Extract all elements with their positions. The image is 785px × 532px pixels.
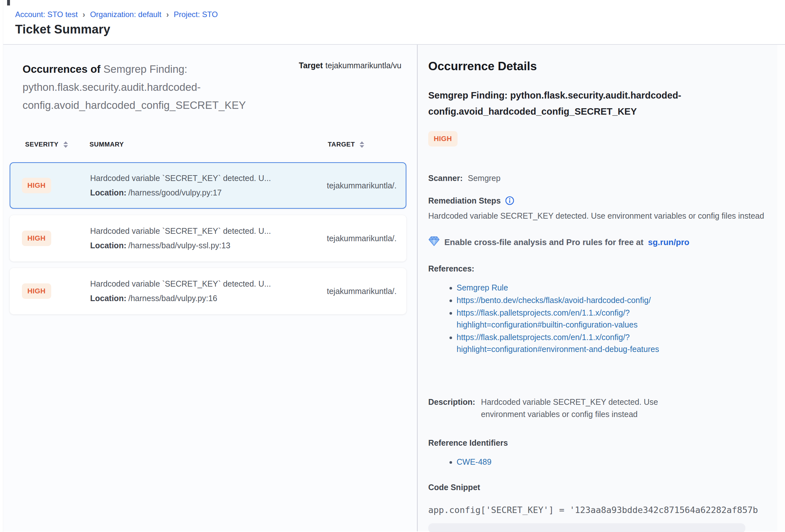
reference-list-item: CWE-489: [457, 456, 718, 468]
page-header: Account: STO test › Organization: defaul…: [0, 0, 785, 45]
location-label: Location:: [90, 294, 127, 303]
reference-identifiers-label: Reference Identifiers: [428, 438, 772, 448]
corner-notch: [7, 0, 10, 5]
reference-identifiers-list: CWE-489: [428, 456, 718, 468]
severity-cell: HIGH: [22, 283, 90, 299]
occurrences-title-label: Occurrences of: [23, 63, 100, 75]
code-snippet-label: Code Snippet: [428, 483, 772, 492]
promo-text: Enable cross-file analysis and Pro rules…: [444, 237, 643, 247]
page-title: Ticket Summary: [15, 23, 785, 36]
reference-list-item: https://flask.palletsprojects.com/en/1.1…: [457, 307, 718, 331]
sort-icon[interactable]: [360, 142, 364, 148]
severity-cell: HIGH: [22, 178, 90, 193]
severity-badge: HIGH: [428, 131, 458, 147]
summary-cell: Hardcoded variable `SECRET_KEY` detected…: [90, 174, 327, 197]
description-row: Description: Hardcoded variable SECRET_K…: [428, 396, 772, 420]
target-cell: tejakummarikuntla/.: [327, 287, 406, 296]
target-cell: tejakummarikuntla/.: [327, 234, 406, 243]
location-label: Location:: [90, 188, 127, 197]
ticket-summary-page: Account: STO test › Organization: defaul…: [0, 0, 785, 532]
main-content: Occurrences of Semgrep Finding: python.f…: [0, 45, 785, 531]
gem-icon: [428, 236, 440, 249]
remediation-steps-header: Remediation Steps: [428, 196, 772, 205]
scrollbar-track[interactable]: [777, 45, 785, 531]
occurrences-title: Occurrences of Semgrep Finding: python.f…: [23, 60, 314, 114]
code-snippet: app.config['SECRET_KEY'] = '123aa8a93bdd…: [428, 505, 772, 515]
reference-link[interactable]: Semgrep Rule: [457, 283, 508, 292]
column-header-severity-label: SEVERITY: [25, 141, 58, 148]
location-path: /harness/bad/vulpy.py:16: [128, 294, 217, 303]
severity-badge: HIGH: [22, 283, 51, 299]
references-label: References:: [428, 264, 772, 273]
breadcrumb-account-link[interactable]: Account: STO test: [15, 10, 78, 19]
severity-cell: HIGH: [22, 231, 90, 246]
info-icon[interactable]: [505, 196, 514, 205]
finding-title: Semgrep Finding: python.flask.security.a…: [428, 87, 775, 120]
scanner-label: Scanner:: [428, 174, 463, 183]
pro-rules-promo: Enable cross-file analysis and Pro rules…: [428, 236, 772, 249]
code-block-partial: [428, 523, 745, 532]
remediation-steps-label: Remediation Steps: [428, 196, 501, 205]
occurrence-details-panel: Occurrence Details Semgrep Finding: pyth…: [417, 45, 785, 531]
sort-icon[interactable]: [64, 142, 68, 148]
reference-list-item: https://bento.dev/checks/flask/avoid-har…: [457, 294, 718, 306]
scanner-value: Semgrep: [468, 174, 500, 183]
description-label: Description:: [428, 396, 475, 408]
summary-cell: Hardcoded variable `SECRET_KEY` detected…: [90, 279, 327, 303]
breadcrumb: Account: STO test › Organization: defaul…: [15, 10, 785, 19]
target-cell: tejakummarikuntla/.: [327, 181, 406, 190]
occurrence-row[interactable]: HIGH Hardcoded variable `SECRET_KEY` det…: [10, 268, 406, 314]
target-header: Targettejakummarikuntla/vu: [299, 61, 416, 70]
location-path: /harness/good/vulpy.py:17: [128, 188, 222, 197]
reference-list-item: Semgrep Rule: [457, 282, 718, 294]
occurrences-table-header: SEVERITY SUMMARY TARGET: [25, 141, 411, 148]
summary-cell: Hardcoded variable `SECRET_KEY` detected…: [90, 226, 327, 250]
reference-link[interactable]: https://flask.palletsprojects.com/en/1.1…: [457, 308, 637, 329]
occurrences-table-body: HIGH Hardcoded variable `SECRET_KEY` det…: [10, 162, 406, 314]
summary-text: Hardcoded variable `SECRET_KEY` detected…: [90, 174, 327, 183]
promo-link[interactable]: sg.run/pro: [648, 237, 689, 247]
column-header-summary: SUMMARY: [90, 141, 328, 148]
description-text: Hardcoded variable SECRET_KEY detected. …: [481, 396, 699, 420]
reference-link[interactable]: https://bento.dev/checks/flask/avoid-har…: [457, 296, 651, 305]
references-list: Semgrep Rule https://bento.dev/checks/fl…: [428, 282, 718, 355]
location-line: Location:/harness/good/vulpy.py:17: [90, 188, 327, 197]
occurrences-panel: Occurrences of Semgrep Finding: python.f…: [0, 45, 417, 531]
chevron-right-icon: ›: [82, 10, 85, 19]
chevron-right-icon: ›: [166, 10, 169, 19]
location-line: Location:/harness/bad/vulpy.py:16: [90, 294, 327, 303]
target-label: Target: [299, 61, 323, 70]
breadcrumb-organization-link[interactable]: Organization: default: [90, 10, 161, 19]
reference-link[interactable]: CWE-489: [457, 457, 491, 466]
details-title: Occurrence Details: [428, 59, 772, 73]
location-path: /harness/bad/vulpy-ssl.py:13: [128, 241, 231, 250]
occurrence-row[interactable]: HIGH Hardcoded variable `SECRET_KEY` det…: [10, 215, 406, 261]
target-value: tejakummarikuntla/vu: [326, 61, 402, 70]
location-line: Location:/harness/bad/vulpy-ssl.py:13: [90, 241, 327, 250]
remediation-text: Hardcoded variable SECRET_KEY detected. …: [428, 210, 775, 222]
severity-badge: HIGH: [22, 231, 51, 246]
occurrence-row[interactable]: HIGH Hardcoded variable `SECRET_KEY` det…: [10, 162, 406, 209]
summary-text: Hardcoded variable `SECRET_KEY` detected…: [90, 279, 327, 288]
column-header-target-label: TARGET: [328, 141, 355, 148]
reference-list-item: https://flask.palletsprojects.com/en/1.1…: [457, 331, 718, 355]
column-header-summary-label: SUMMARY: [90, 141, 124, 148]
reference-link[interactable]: https://flask.palletsprojects.com/en/1.1…: [457, 333, 659, 354]
column-header-target[interactable]: TARGET: [328, 141, 411, 148]
left-edge-strip: [0, 0, 3, 532]
breadcrumb-project-link[interactable]: Project: STO: [174, 10, 218, 19]
severity-badge: HIGH: [22, 178, 51, 193]
scanner-row: Scanner: Semgrep: [428, 174, 772, 183]
location-label: Location:: [90, 241, 127, 250]
column-header-severity[interactable]: SEVERITY: [25, 141, 90, 148]
summary-text: Hardcoded variable `SECRET_KEY` detected…: [90, 226, 327, 236]
